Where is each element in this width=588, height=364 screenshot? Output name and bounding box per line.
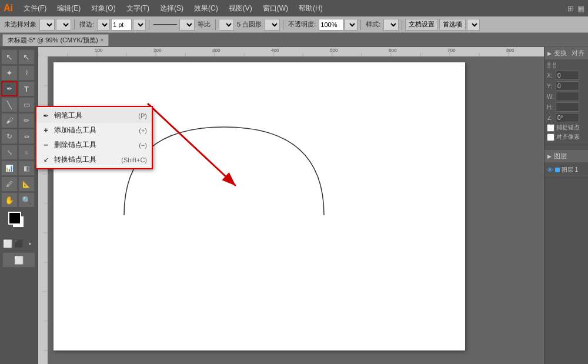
rotate-icon: ↻ (6, 132, 12, 141)
zoom-tool[interactable]: 🔍 (18, 192, 35, 208)
stroke-label: 描边: (78, 20, 96, 29)
layers-content: 👁 图层 1 (544, 162, 588, 178)
opacity-input[interactable] (319, 19, 343, 31)
pencil-tool[interactable]: ✏ (18, 113, 35, 128)
workspace-btn[interactable]: ▦ (577, 4, 584, 13)
pen-tool-dropdown: ✒ 钢笔工具 (P) + 添加锚点工具 (+) − 删除锚点工具 (−) ↙ 转… (35, 106, 153, 169)
paintbrush-icon: 🖌 (6, 116, 13, 125)
shape-type-select[interactable]: ▼ (265, 19, 280, 31)
paintbrush-tool[interactable]: 🖌 (1, 113, 18, 128)
dropdown-item-pen[interactable]: ✒ 钢笔工具 (P) (36, 108, 152, 123)
pen-tool-label: 钢笔工具 (54, 111, 82, 121)
opacity-label: 不透明度: (286, 20, 318, 29)
measure-tool[interactable]: 📐 (18, 176, 35, 192)
menu-file[interactable]: 文件(F) (19, 2, 51, 15)
menu-select[interactable]: 选择(S) (155, 2, 188, 15)
delete-anchor-shortcut: (−) (139, 142, 147, 149)
preferences-extra-select[interactable]: ▼ (467, 19, 480, 31)
canvas-wrapper: 100 200 300 400 500 600 700 800 (38, 47, 544, 364)
direct-selection-tool[interactable]: ↖ (18, 49, 35, 65)
reflect-tool[interactable]: ⇔ (18, 129, 35, 144)
grid-icon-2: ⣿ (552, 62, 556, 68)
style-select[interactable]: ▼ (383, 19, 399, 31)
graph-tool[interactable]: 📊 (1, 161, 18, 176)
svg-text:600: 600 (389, 48, 397, 53)
convert-anchor-shortcut: (Shift+C) (121, 156, 147, 163)
opacity-select[interactable]: ▼ (345, 19, 358, 31)
color-fill-btn[interactable]: ⬛ (14, 236, 24, 251)
h-input[interactable] (556, 102, 579, 112)
type-tool[interactable]: T (18, 81, 35, 96)
dropdown-item-add-anchor[interactable]: + 添加锚点工具 (+) (36, 123, 152, 138)
layer-eye-icon[interactable]: 👁 (547, 166, 553, 173)
line-tool[interactable]: ╲ (1, 97, 18, 112)
main-area: ↖ ↖ ✦ ⌇ ✒ T ╲ (0, 47, 588, 364)
x-input[interactable] (556, 71, 579, 80)
warp-tool[interactable]: ≈ (18, 145, 35, 160)
menu-edit[interactable]: 编辑(E) (52, 2, 85, 15)
transform-panel-header[interactable]: ▶ 变换 对齐 (544, 47, 588, 59)
menu-help[interactable]: 帮助(H) (294, 2, 328, 15)
w-input[interactable] (556, 92, 579, 101)
fg-color-swatch[interactable] (8, 212, 21, 225)
doc-tab-close[interactable]: × (101, 37, 104, 44)
stroke-weight-select[interactable]: ▼ (97, 19, 110, 31)
scale-tool[interactable]: ⤡ (1, 145, 18, 160)
eyedropper-tool[interactable]: 🖉 (1, 176, 18, 192)
hand-tool[interactable]: ✋ (1, 192, 18, 208)
lasso-tool[interactable]: ⌇ (18, 65, 35, 81)
delete-anchor-label: 删除锚点工具 (54, 140, 96, 150)
angle-input[interactable] (556, 113, 579, 122)
menu-effect[interactable]: 效果(C) (189, 2, 223, 15)
svg-text:100: 100 (95, 48, 103, 53)
w-row: W: (547, 92, 586, 101)
align-checkbox[interactable] (547, 133, 554, 141)
stroke-size-input[interactable] (111, 19, 132, 31)
svg-text:500: 500 (330, 48, 338, 53)
pen-tool[interactable]: ✒ (1, 81, 18, 96)
dropdown-item-convert-anchor[interactable]: ↙ 转换锚点工具 (Shift+C) (36, 152, 152, 167)
color-swatch-area[interactable] (8, 212, 29, 233)
stroke-mode-select[interactable] (56, 19, 71, 31)
menu-window[interactable]: 窗口(W) (258, 2, 293, 15)
rotate-tool[interactable]: ↻ (1, 129, 18, 144)
color-swatches (1, 211, 36, 234)
layer-item[interactable]: 👁 图层 1 (547, 165, 586, 175)
y-input[interactable] (556, 81, 579, 91)
fill-none-btn[interactable]: ⬜ (2, 236, 13, 251)
dropdown-item-delete-anchor[interactable]: − 删除锚点工具 (−) (36, 138, 152, 152)
reflect-icon: ⇔ (24, 133, 29, 141)
magic-wand-tool[interactable]: ✦ (1, 65, 18, 81)
tabbar: 未标题-5* @ 99% (CMYK/预览) × (0, 33, 588, 47)
angle-icon: ∠ (547, 115, 554, 121)
snap-checkbox[interactable] (547, 124, 554, 132)
layers-panel-header[interactable]: ▶ 图层 (544, 150, 588, 162)
ruler-horizontal: 100 200 300 400 500 600 700 800 (38, 47, 544, 56)
gradient-tool[interactable]: ◧ (18, 161, 35, 176)
gradient-fill-btn[interactable]: ▪ (25, 236, 35, 251)
shape-select[interactable]: ▼ (219, 19, 234, 31)
svg-rect-26 (38, 56, 48, 364)
menu-object[interactable]: 对象(O) (86, 2, 120, 15)
document-tab[interactable]: 未标题-5* @ 99% (CMYK/预览) × (2, 34, 109, 46)
align-pixel-label: 对齐像素 (556, 133, 580, 141)
screen-mode-row: ⬜ (2, 252, 35, 268)
h-row: H: (547, 102, 586, 112)
tool-row-7: ⤡ ≈ (1, 145, 36, 160)
tool-row-1: ↖ ↖ (1, 49, 36, 65)
object-type-select[interactable] (39, 19, 55, 31)
menu-text[interactable]: 文字(T) (122, 2, 154, 15)
menu-view[interactable]: 视图(V) (224, 2, 257, 15)
h-label: H: (547, 104, 554, 111)
preferences-button[interactable]: 首选项 (439, 19, 466, 31)
selection-tool[interactable]: ↖ (1, 49, 18, 65)
rect-tool[interactable]: ▭ (18, 97, 35, 112)
stroke-style-select[interactable]: ▼ (179, 19, 195, 31)
doc-settings-button[interactable]: 文档设置 (405, 19, 438, 31)
screen-mode-btn[interactable]: ⊞ (567, 4, 574, 13)
eyedropper-icon: 🖉 (6, 180, 13, 188)
screen-mode-btn[interactable]: ⬜ (2, 252, 35, 268)
canvas-scroll[interactable] (48, 56, 544, 364)
shape-label: 5 点圆形 (235, 20, 263, 29)
stroke-size-unit-select[interactable]: ▼ (133, 19, 146, 31)
